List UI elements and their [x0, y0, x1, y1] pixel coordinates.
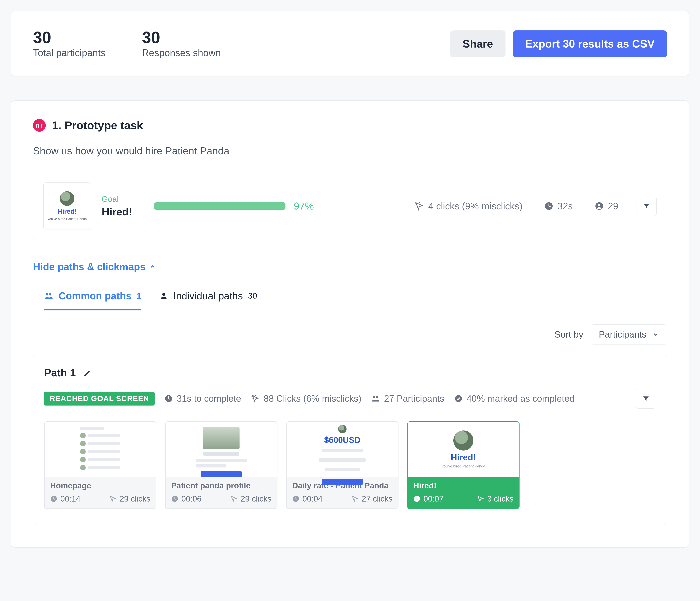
screen-time: 00:06	[171, 494, 201, 503]
click-cursor-icon	[477, 495, 484, 503]
responses-shown-label: Responses shown	[142, 47, 221, 58]
tab-individual-count: 30	[248, 291, 257, 300]
goal-clicks-metric: 4 clicks (9% misclicks)	[414, 201, 522, 211]
path-clicks-metric: 88 Clicks (6% misclicks)	[251, 393, 361, 404]
click-cursor-icon	[109, 495, 117, 503]
export-csv-button[interactable]: Export 30 results as CSV	[513, 30, 667, 57]
svg-point-8	[376, 396, 378, 398]
click-cursor-icon	[251, 394, 260, 403]
tab-common-paths[interactable]: Common paths 1	[44, 285, 141, 310]
sort-row: Sort by Participants	[33, 324, 667, 344]
people-group-icon	[371, 394, 380, 403]
goal-label: Goal Hired!	[102, 194, 132, 218]
goal-eyebrow: Goal	[102, 194, 132, 204]
stat-responses-shown: 30 Responses shown	[142, 29, 221, 58]
goal-reached-badge: REACHED GOAL SCREEN	[44, 392, 155, 406]
click-cursor-icon	[230, 495, 238, 503]
clock-icon	[292, 495, 300, 502]
screen-title: Patient panda profile	[166, 477, 277, 494]
screen-preview-price: $600USD	[324, 435, 360, 445]
svg-point-4	[49, 293, 51, 295]
paths-tabs: Common paths 1 Individual paths 30	[33, 285, 667, 310]
filter-icon	[643, 202, 651, 210]
path-title: Path 1	[44, 367, 76, 379]
responses-shown-value: 30	[142, 29, 221, 46]
screen-clicks: 29 clicks	[230, 494, 271, 503]
screen-preview: Hired! You've hired Patient Panda	[408, 422, 519, 477]
goal-summary-row: Hired! You've hired Patient Panda Goal H…	[33, 173, 667, 239]
sort-label: Sort by	[554, 329, 583, 340]
screen-card-homepage[interactable]: Homepage 00:14 29 clicks	[44, 421, 156, 509]
svg-point-7	[373, 396, 375, 398]
screen-time: 00:14	[50, 494, 80, 503]
click-cursor-icon	[351, 495, 359, 503]
goal-participants-metric: 29	[595, 201, 618, 211]
screen-preview: $600USD	[287, 422, 398, 477]
path-time-metric: 31s to complete	[165, 393, 241, 404]
share-button[interactable]: Share	[450, 30, 505, 57]
goal-thumb-hired-text: Hired!	[58, 208, 77, 215]
path-meta: REACHED GOAL SCREEN 31s to complete 88 C…	[44, 389, 656, 409]
goal-progress-bar	[154, 202, 285, 210]
total-participants-label: Total participants	[33, 47, 105, 58]
screen-preview	[166, 422, 277, 477]
goal-progress-percent: 97%	[294, 200, 314, 212]
tab-individual-paths[interactable]: Individual paths 30	[159, 285, 257, 310]
svg-point-5	[162, 293, 165, 296]
clock-icon	[171, 495, 178, 502]
screen-title: Hired!	[408, 477, 519, 494]
pencil-icon	[83, 368, 92, 377]
prototype-task-icon: n↑	[33, 119, 46, 132]
task-card: n↑ 1. Prototype task Show us how you wou…	[11, 100, 689, 548]
goal-progress: 97%	[154, 200, 314, 212]
person-solid-icon	[159, 291, 168, 300]
filter-icon	[642, 395, 650, 402]
screen-clicks: 29 clicks	[109, 494, 150, 503]
summary-card: 30 Total participants 30 Responses shown…	[11, 11, 689, 77]
total-participants-value: 30	[33, 29, 105, 46]
screen-clicks: 27 clicks	[351, 494, 393, 503]
screen-preview	[45, 422, 156, 477]
path-completed-metric: 40% marked as completed	[454, 393, 575, 404]
task-header: n↑ 1. Prototype task	[33, 119, 667, 132]
goal-time-metric: 32s	[544, 201, 573, 211]
clock-icon	[413, 495, 421, 502]
sort-select[interactable]: Participants	[591, 324, 667, 344]
check-circle-icon	[454, 394, 462, 403]
path-header: Path 1	[44, 367, 656, 379]
click-cursor-icon	[414, 201, 424, 211]
hide-paths-toggle[interactable]: Hide paths & clickmaps	[33, 261, 156, 272]
goal-metrics: 4 clicks (9% misclicks) 32s 29	[414, 201, 618, 211]
clock-icon	[544, 202, 553, 211]
sort-selected: Participants	[599, 329, 646, 340]
task-title: 1. Prototype task	[52, 119, 143, 132]
path-screens-row: Homepage 00:14 29 clicks	[44, 421, 656, 509]
chevron-down-icon	[653, 331, 659, 338]
tab-common-count: 1	[136, 291, 141, 300]
svg-point-3	[46, 293, 48, 295]
clock-icon	[165, 394, 173, 403]
goal-thumbnail[interactable]: Hired! You've hired Patient Panda	[43, 182, 91, 230]
svg-point-2	[598, 204, 600, 206]
screen-card-hired[interactable]: Hired! You've hired Patient Panda Hired!…	[407, 421, 520, 509]
stat-total-participants: 30 Total participants	[33, 29, 105, 58]
screen-title: Homepage	[45, 477, 156, 494]
people-group-icon	[44, 291, 53, 300]
goal-filter-button[interactable]	[636, 196, 657, 216]
chevron-up-icon	[149, 263, 156, 270]
screen-time: 00:04	[292, 494, 323, 503]
path-panel: Path 1 REACHED GOAL SCREEN 31s to comple…	[33, 354, 667, 524]
panda-avatar-icon	[60, 191, 74, 206]
screen-card-profile[interactable]: Patient panda profile 00:06 29 clicks	[165, 421, 277, 509]
task-description: Show us how you would hire Patient Panda	[33, 145, 667, 157]
screen-clicks: 3 clicks	[477, 494, 514, 503]
clock-icon	[50, 495, 57, 502]
path-participants-metric: 27 Participants	[371, 393, 445, 404]
rename-path-button[interactable]	[83, 368, 92, 377]
person-icon	[595, 202, 604, 211]
screen-time: 00:07	[413, 494, 444, 503]
screen-card-daily-rate[interactable]: $600USD Daily rate - Patient Panda 00:04	[286, 421, 399, 509]
path-filter-button[interactable]	[636, 389, 656, 409]
goal-name: Hired!	[102, 206, 132, 218]
